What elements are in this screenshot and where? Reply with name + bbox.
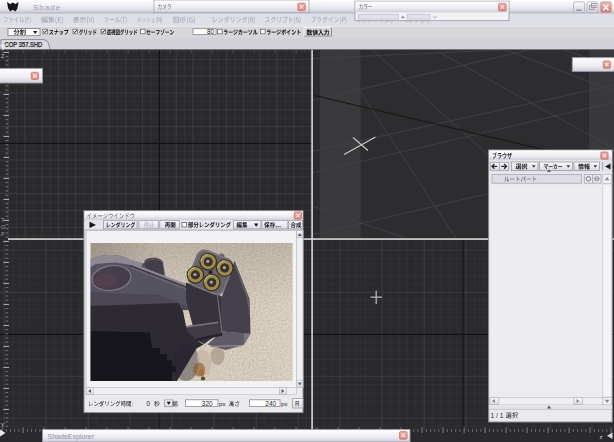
svg-text:O: O [1,224,6,230]
svg-text:240: 240 [265,400,276,407]
svg-text:px: px [281,400,288,407]
svg-text:ShadeExplorer: ShadeExplorer [48,432,95,441]
svg-text:px: px [219,400,226,407]
svg-text:80: 80 [207,28,215,35]
svg-text:Shade: Shade [33,3,61,12]
svg-text:Y: Y [1,422,5,428]
svg-text:z: z [600,434,603,440]
svg-text:R: R [295,400,300,407]
svg-text:0: 0 [146,400,150,407]
svg-text:P: P [1,231,5,237]
svg-text:COP 357.SHD: COP 357.SHD [5,41,43,48]
svg-text:320: 320 [202,400,213,407]
svg-text:1 / 1: 1 / 1 [491,412,504,419]
